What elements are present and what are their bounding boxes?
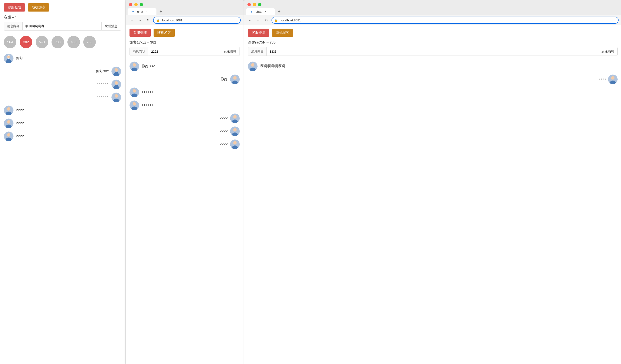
table-row: 你好382 bbox=[129, 62, 240, 71]
avatar bbox=[129, 88, 139, 97]
right-tab[interactable]: ▼ chat ✕ bbox=[246, 8, 275, 15]
circle-382[interactable]: 382 bbox=[20, 36, 32, 48]
svg-point-44 bbox=[233, 141, 237, 144]
middle-send-btn[interactable]: 发送消息 bbox=[220, 47, 240, 56]
avatar bbox=[4, 131, 14, 141]
right-minimize-btn[interactable] bbox=[253, 3, 256, 6]
message-text: 2222 bbox=[16, 119, 24, 126]
back-btn[interactable]: ← bbox=[129, 17, 135, 23]
table-row: 2222 bbox=[129, 127, 240, 136]
message-text: 111111 bbox=[97, 79, 109, 87]
message-text: 你好 bbox=[16, 54, 23, 61]
left-panel: 客服登陆 随机游客 客服 – 1 消息内容 发送消息 964 382 540 7… bbox=[0, 0, 125, 364]
left-chat-area: 你好 你好382 111111 bbox=[0, 51, 125, 364]
right-customer-service-btn[interactable]: 客服登陆 bbox=[248, 29, 269, 37]
message-text: 111111 bbox=[141, 100, 154, 108]
left-message-bar: 消息内容 发送消息 bbox=[4, 22, 121, 31]
table-row: 111111 bbox=[129, 100, 240, 110]
table-row: 3333 bbox=[248, 75, 618, 84]
right-browser-content: 客服登陆 随机游客 游客raC5N – 788 消息内容 发送消息 啊啊啊啊啊啊… bbox=[244, 25, 621, 364]
message-text: 2222 bbox=[220, 113, 228, 120]
right-message-input[interactable] bbox=[267, 48, 598, 55]
left-send-btn[interactable]: 发送消息 bbox=[101, 22, 121, 30]
minimize-window-btn[interactable] bbox=[134, 3, 138, 6]
middle-app-header: 客服登陆 随机游客 bbox=[126, 25, 243, 39]
right-random-visitor-btn[interactable]: 随机游客 bbox=[272, 29, 293, 37]
avatar bbox=[129, 100, 139, 110]
middle-browser-window: ▼ chat ✕ + ← → ↻ 🔒 客服登陆 随机游客 游客17kyz – 3… bbox=[126, 0, 243, 364]
left-message-label: 消息内容 bbox=[4, 22, 23, 30]
message-text: 你好382 bbox=[141, 62, 155, 68]
tab-label: chat bbox=[137, 10, 143, 14]
avatar bbox=[111, 67, 121, 76]
circle-540[interactable]: 540 bbox=[36, 36, 48, 48]
right-address-bar[interactable] bbox=[272, 16, 619, 24]
svg-point-3 bbox=[7, 56, 10, 58]
middle-message-bar: 消息内容 发送消息 bbox=[129, 47, 240, 56]
svg-point-8 bbox=[114, 72, 118, 75]
middle-tab-bar: ▼ chat ✕ + bbox=[126, 8, 243, 15]
right-back-btn[interactable]: ← bbox=[247, 17, 253, 23]
circle-964[interactable]: 964 bbox=[4, 36, 16, 48]
right-send-btn[interactable]: 发送消息 bbox=[598, 47, 617, 56]
svg-point-23 bbox=[7, 133, 10, 137]
table-row: 111111 bbox=[4, 79, 121, 89]
tab-close-btn[interactable]: ✕ bbox=[145, 10, 149, 14]
right-chat-area: 啊啊啊啊啊啊啊 3333 bbox=[244, 59, 621, 364]
traffic-lights bbox=[126, 0, 243, 8]
right-message-bar: 消息内容 发送消息 bbox=[248, 47, 618, 56]
circle-780[interactable]: 780 bbox=[52, 36, 64, 48]
maximize-window-btn[interactable] bbox=[140, 3, 143, 6]
message-text: 你好382 bbox=[96, 67, 109, 74]
svg-point-47 bbox=[251, 63, 254, 67]
middle-address-bar[interactable] bbox=[153, 16, 241, 24]
lock-icon: 🔒 bbox=[156, 18, 160, 22]
message-text: 你好 bbox=[221, 75, 228, 81]
right-tab-label: chat bbox=[256, 10, 262, 14]
right-browser-window: ▼ chat ✕ + ← → ↻ 🔒 客服登陆 随机游客 游客raC5N – 7… bbox=[244, 0, 621, 364]
right-tab-add-btn[interactable]: + bbox=[276, 8, 283, 15]
address-bar-wrapper: 🔒 bbox=[153, 16, 241, 24]
tab-favicon-icon: ▼ bbox=[131, 10, 135, 14]
close-window-btn[interactable] bbox=[129, 3, 132, 6]
right-maximize-btn[interactable] bbox=[258, 3, 261, 6]
middle-customer-service-btn[interactable]: 客服登陆 bbox=[129, 29, 151, 37]
avatar bbox=[608, 75, 618, 84]
avatar bbox=[111, 93, 121, 102]
middle-tab[interactable]: ▼ chat ✕ bbox=[128, 8, 156, 15]
middle-message-input[interactable] bbox=[148, 48, 220, 55]
svg-point-17 bbox=[7, 107, 10, 111]
right-tab-close-btn[interactable]: ✕ bbox=[264, 10, 267, 14]
right-forward-btn[interactable]: → bbox=[255, 17, 261, 23]
svg-point-38 bbox=[233, 115, 237, 119]
table-row: 2222 bbox=[4, 119, 121, 128]
left-customer-service-btn[interactable]: 客服登陆 bbox=[4, 3, 25, 12]
right-tab-bar: ▼ chat ✕ + bbox=[244, 8, 621, 15]
table-row: 2222 bbox=[129, 140, 240, 149]
svg-point-4 bbox=[7, 59, 11, 62]
forward-btn[interactable]: → bbox=[137, 17, 143, 23]
right-close-btn[interactable] bbox=[247, 3, 251, 6]
table-row: 你好 bbox=[4, 54, 121, 63]
right-message-label: 消息内容 bbox=[248, 47, 267, 56]
tab-add-btn[interactable]: + bbox=[157, 8, 164, 15]
middle-user-title: 游客17kyz – 382 bbox=[126, 39, 243, 47]
middle-random-visitor-btn[interactable]: 随机游客 bbox=[154, 29, 175, 37]
right-traffic-lights bbox=[244, 0, 621, 8]
refresh-btn[interactable]: ↻ bbox=[145, 17, 151, 23]
right-refresh-btn[interactable]: ↻ bbox=[263, 17, 270, 23]
right-app-header: 客服登陆 随机游客 bbox=[244, 25, 621, 39]
middle-chat-area: 你好382 你好 bbox=[126, 59, 243, 364]
table-row: 你好382 bbox=[4, 67, 121, 76]
svg-point-50 bbox=[611, 76, 615, 79]
left-message-input[interactable] bbox=[23, 23, 101, 30]
left-user-circles: 964 382 540 780 489 788 bbox=[0, 33, 125, 51]
circle-489[interactable]: 489 bbox=[67, 36, 80, 48]
table-row: 2222 bbox=[129, 113, 240, 123]
avatar bbox=[129, 62, 139, 71]
message-text: 3333 bbox=[598, 75, 605, 81]
circle-788[interactable]: 788 bbox=[83, 36, 96, 48]
avatar bbox=[230, 75, 240, 84]
avatar bbox=[230, 113, 240, 123]
left-random-visitor-btn[interactable]: 随机游客 bbox=[28, 3, 49, 12]
